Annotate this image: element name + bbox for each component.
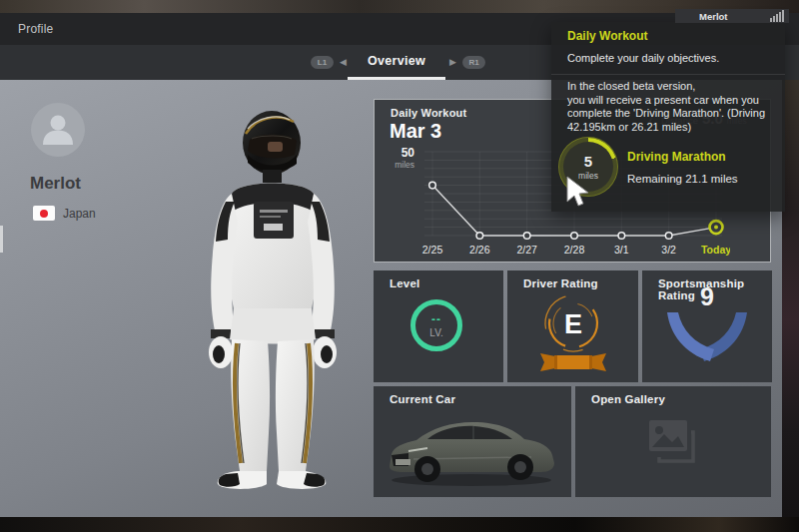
prev-tab-arrow-icon[interactable]: ◀	[340, 56, 347, 69]
tooltip-divider	[551, 74, 785, 75]
objective-status: Remaining 21.1 miles	[627, 173, 738, 185]
status-player-name: Merlot	[699, 11, 770, 22]
player-country: Japan	[63, 207, 96, 221]
person-icon	[31, 103, 85, 157]
profile-screen: Profile L1 ◀ Overview ▶ R1 Merlot Merlot…	[0, 0, 799, 532]
level-value: --	[431, 312, 441, 326]
sportsmanship-value: 9	[642, 282, 772, 311]
tooltip-title: Daily Workout	[567, 29, 647, 43]
workout-panel-title: Daily Workout	[391, 107, 466, 119]
svg-text:2/25: 2/25	[422, 244, 443, 256]
svg-text:2/28: 2/28	[564, 244, 585, 256]
level-ring: -- LV.	[410, 299, 462, 351]
open-gallery-card[interactable]: Open Gallery	[575, 386, 771, 497]
driver-rating-card[interactable]: Driver Rating E	[507, 270, 638, 382]
l1-bumper-hint[interactable]: L1	[311, 56, 334, 69]
avatar	[31, 103, 85, 157]
tooltip-body: In the closed beta version, you will rec…	[567, 80, 765, 134]
online-status-chip: Merlot	[675, 9, 789, 23]
gallery-icon	[645, 416, 701, 472]
tooltip-subtitle: Complete your daily objectives.	[567, 52, 719, 64]
current-car-title: Current Car	[390, 393, 455, 405]
mouse-cursor	[565, 176, 591, 208]
driver-rating-icon: E	[536, 292, 610, 376]
objective-title: Driving Marathon	[627, 150, 726, 164]
page-title: Profile	[18, 22, 53, 36]
svg-text:Today: Today	[701, 244, 730, 256]
svg-text:3/2: 3/2	[661, 244, 676, 256]
driver-rating-title: Driver Rating	[523, 277, 598, 289]
sportsmanship-card[interactable]: Sportsmanship Rating 9	[642, 270, 772, 382]
signal-bars-icon	[770, 10, 784, 22]
current-car-card[interactable]: Current Car	[374, 386, 571, 497]
driver-rating-value: E	[564, 309, 582, 339]
level-card[interactable]: Level -- LV.	[374, 270, 503, 382]
backdrop-bottom	[0, 517, 799, 532]
handshake-icon	[662, 310, 752, 368]
r1-bumper-hint[interactable]: R1	[462, 56, 485, 69]
svg-text:2/26: 2/26	[469, 244, 490, 256]
next-tab-arrow-icon[interactable]: ▶	[449, 56, 456, 69]
svg-text:3/1: 3/1	[614, 244, 629, 256]
player-name: Merlot	[30, 174, 81, 194]
current-car-image	[382, 412, 563, 492]
gauge-value: 5	[584, 153, 592, 170]
open-gallery-title: Open Gallery	[591, 393, 665, 405]
level-unit: LV.	[429, 327, 442, 338]
player-avatar-figure	[180, 102, 370, 501]
scroll-indicator[interactable]	[0, 226, 3, 253]
svg-text:2/27: 2/27	[516, 244, 537, 256]
workout-date: Mar 3	[390, 120, 441, 143]
level-card-title: Level	[390, 277, 419, 289]
tab-overview[interactable]: Overview	[348, 45, 445, 80]
japan-flag-icon	[33, 206, 55, 221]
